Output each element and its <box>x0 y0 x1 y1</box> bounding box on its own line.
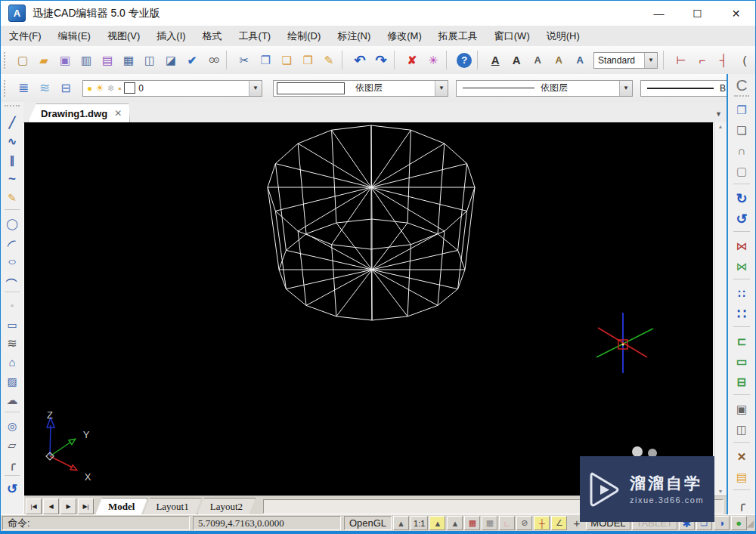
sheet-last-button[interactable]: ▶| <box>78 499 94 514</box>
layer-properties-icon[interactable]: ≣ <box>13 78 34 98</box>
text-style-icon[interactable]: A <box>548 50 569 70</box>
ellipse-arc-icon[interactable]: ( <box>3 267 22 293</box>
menu-insert[interactable]: 插入(I) <box>148 26 194 46</box>
otrack-toggle-icon[interactable]: ∠ <box>551 516 567 530</box>
scroll-down-icon[interactable]: ▼ <box>718 489 723 494</box>
tab-overflow-icon[interactable]: ▼ <box>715 110 722 118</box>
rotate-3d-icon[interactable]: ↺ <box>731 208 752 229</box>
layer-thaw-sun-icon[interactable]: ☀ <box>95 82 104 94</box>
break-icon[interactable]: ◫ <box>731 419 752 440</box>
print-icon[interactable]: ▦ <box>118 50 139 70</box>
chevron-down-icon[interactable]: ▼ <box>249 81 262 96</box>
spline-icon[interactable]: ~ <box>2 169 22 188</box>
scale-icon[interactable]: ▭ <box>731 351 752 372</box>
menu-window[interactable]: 窗口(W) <box>486 26 538 46</box>
hatch-icon[interactable]: ▨ <box>2 372 22 390</box>
rotate-icon[interactable]: ↻ <box>731 188 752 208</box>
save-as-icon[interactable]: ▥ <box>76 50 97 70</box>
tab-layout1[interactable]: Layout1 <box>143 498 201 515</box>
mirror-3d-icon[interactable]: ⋈ <box>731 256 752 276</box>
menu-view[interactable]: 视图(V) <box>99 26 148 46</box>
point-icon[interactable]: ▫ <box>2 296 22 315</box>
rectangle-icon[interactable]: ▭ <box>2 315 22 334</box>
minimize-button[interactable]: — <box>640 1 678 26</box>
chevron-down-icon[interactable]: ▼ <box>644 53 657 68</box>
menu-edit[interactable]: 编辑(E) <box>50 26 99 46</box>
stretch-icon[interactable]: ⊏ <box>731 331 752 351</box>
menu-file[interactable]: 文件(F) <box>1 26 50 46</box>
paste-special-icon[interactable]: ❒ <box>297 50 318 70</box>
open-file-icon[interactable]: ▰ <box>33 50 54 70</box>
dim-arc-icon[interactable]: ( <box>734 50 755 70</box>
mirror-icon[interactable]: ⋈ <box>731 236 752 256</box>
cut-icon[interactable]: ✂ <box>234 50 255 70</box>
text-icon[interactable]: A <box>506 50 527 70</box>
toolbar-drag-handle[interactable] <box>734 95 749 97</box>
dim-vertical-icon[interactable]: ┤ <box>713 50 734 70</box>
rect-array-icon[interactable]: ▢ <box>731 161 752 181</box>
purge-icon[interactable]: ✳ <box>423 50 444 70</box>
close-button[interactable]: ✕ <box>717 1 755 26</box>
delete-icon[interactable]: ✘ <box>401 50 423 70</box>
ucs-icon[interactable]: ▲ <box>393 516 409 530</box>
find-icon[interactable]: ⊙⊙ <box>203 50 224 70</box>
tab-drawing1[interactable]: Drawing1.dwg ✕ <box>28 103 130 122</box>
solid-coil-icon[interactable]: ≋ <box>2 334 22 353</box>
menu-format[interactable]: 格式 <box>194 26 231 46</box>
resize-grip-icon[interactable]: ◢ <box>747 518 754 529</box>
canvas-vertical-scrollbar[interactable]: ▲ ▼ <box>714 122 727 495</box>
tab-close-icon[interactable]: ✕ <box>114 108 122 119</box>
drawing-canvas[interactable]: Z Y X <box>24 122 713 495</box>
lineweight-combo[interactable]: B <box>640 80 735 97</box>
menu-express-tools[interactable]: 拓展工具 <box>430 26 486 46</box>
trim-icon[interactable]: ⊟ <box>731 372 752 392</box>
plot-icon[interactable]: ▤ <box>97 50 118 70</box>
dim-linear-icon[interactable]: ⊢ <box>671 50 692 70</box>
toolbar-drag-handle[interactable] <box>4 52 8 69</box>
spell-check-icon[interactable]: ✔ <box>181 50 203 70</box>
tab-model[interactable]: Model <box>95 498 147 515</box>
array-icon[interactable]: ∷ <box>731 283 752 304</box>
layer-on-bulb-icon[interactable]: ● <box>87 83 92 94</box>
move-icon[interactable]: ❏ <box>731 120 752 140</box>
layer-color-swatch[interactable] <box>124 82 135 94</box>
explode-icon[interactable]: ✕ <box>731 446 752 467</box>
grid-snap-icon[interactable]: ▦ <box>464 516 480 530</box>
toolbar-drag-handle[interactable] <box>4 80 9 97</box>
command-line[interactable]: 命令: <box>2 516 190 530</box>
scale-ratio[interactable]: 1:1 <box>411 516 428 530</box>
offset-icon[interactable]: ∩ <box>731 140 752 161</box>
polar-toggle-icon[interactable]: ⊘ <box>516 516 532 530</box>
redraw-icon[interactable]: C <box>731 76 752 95</box>
polyline-icon[interactable]: ∿ <box>2 131 22 150</box>
fillet-corner-icon[interactable]: ╭ <box>2 454 22 473</box>
layer-freeze-icon[interactable]: ❄ <box>107 83 115 94</box>
color-combo[interactable]: 依图层 ▼ <box>273 80 448 97</box>
snap-settings-icon[interactable]: ▲ <box>447 516 463 530</box>
snap-toggle-icon[interactable]: ▲ <box>429 516 445 530</box>
wipeout-icon[interactable]: ▱ <box>2 435 22 454</box>
copy-objects-icon[interactable]: ❐ <box>731 100 752 120</box>
paste-icon[interactable]: ❏ <box>276 50 297 70</box>
text-underline-icon[interactable]: A <box>485 50 506 70</box>
layer-lock-icon[interactable]: ▪ <box>118 83 121 94</box>
text-find-icon[interactable]: A <box>569 50 590 70</box>
multiline-icon[interactable]: ∥ <box>2 150 22 169</box>
chevron-down-icon[interactable]: ▼ <box>619 81 632 96</box>
menu-tools[interactable]: 工具(T) <box>231 26 280 46</box>
sheet-next-button[interactable]: ▶ <box>60 499 76 514</box>
box-3d-icon[interactable]: ▣ <box>731 399 752 419</box>
maximize-button[interactable]: ☐ <box>678 1 717 26</box>
text-edit-icon[interactable]: A <box>527 50 548 70</box>
tab-layout2[interactable]: Layout2 <box>197 498 256 515</box>
help-icon[interactable]: ? <box>457 53 472 68</box>
chevron-down-icon[interactable]: ▼ <box>435 81 448 96</box>
toolbar-drag-handle[interactable] <box>5 105 20 110</box>
format-painter-icon[interactable]: ✎ <box>318 50 339 70</box>
revision-cloud-icon[interactable]: ☁ <box>2 390 22 409</box>
measure-icon[interactable]: ▤ <box>731 467 752 487</box>
layer-states-icon[interactable]: ⊟ <box>55 78 76 98</box>
donut-icon[interactable]: ◎ <box>2 416 22 435</box>
menu-modify[interactable]: 修改(M) <box>379 26 430 46</box>
scroll-up-icon[interactable]: ▲ <box>718 124 723 129</box>
